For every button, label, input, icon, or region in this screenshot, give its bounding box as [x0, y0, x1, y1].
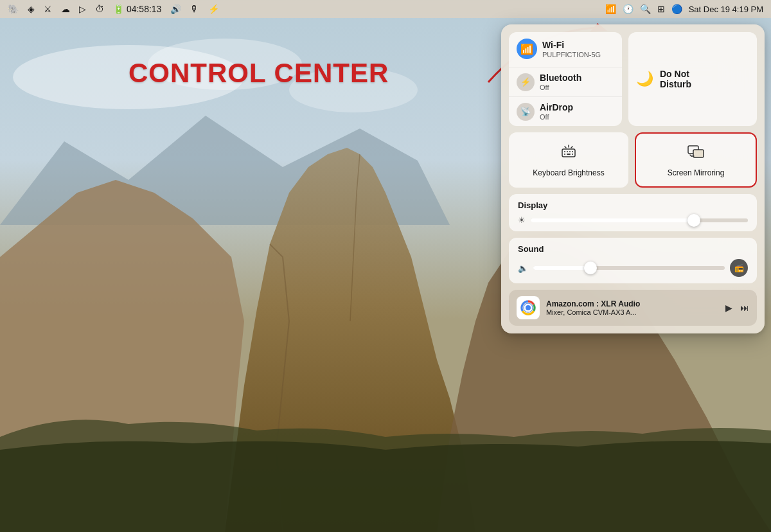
now-playing-title: Amazon.com : XLR Audio [546, 299, 719, 308]
airdrop-title: AirDrop [540, 102, 573, 112]
now-playing-section: Amazon.com : XLR Audio Mixer, Comica CVM… [509, 290, 757, 326]
cc-connectivity-block: 📶 Wi-Fi PULPFICTION-5G ⚡ Bluetooth Off 📡 [509, 32, 622, 126]
control-center-label: CONTROL CENTER [128, 58, 389, 89]
battery-status-icon[interactable]: 🔋 04:58:13 [113, 4, 161, 14]
cc-top-row: 📶 Wi-Fi PULPFICTION-5G ⚡ Bluetooth Off 📡 [509, 32, 757, 126]
sound-slider-row: 🔈 📻 [518, 259, 748, 277]
dnd-icon: 🌙 [636, 71, 653, 87]
menubar-right: 📶 🕐 🔍 ⊞ 🔵 Sat Dec 19 4:19 PM [605, 4, 763, 14]
wifi-icon-circle: 📶 [517, 39, 537, 59]
airdrop-subtitle: Off [540, 113, 573, 121]
dropbox-icon[interactable]: ◈ [28, 4, 35, 14]
wifi-info: Wi-Fi PULPFICTION-5G [542, 40, 601, 58]
airdrop-info: AirDrop Off [540, 102, 573, 121]
sound-section: Sound 🔈 📻 [509, 238, 757, 283]
wifi-row[interactable]: 📶 Wi-Fi PULPFICTION-5G [509, 32, 622, 63]
clock-icon[interactable]: 🕐 [623, 4, 634, 14]
display-section: Display ☀ [509, 194, 757, 231]
skip-button[interactable]: ⏭ [740, 303, 749, 313]
play-button[interactable]: ▶ [725, 303, 732, 313]
keyboard-brightness-block[interactable]: Keyboard Brightness [509, 132, 628, 188]
now-playing-subtitle: Mixer, Comica CVM-AX3 A... [546, 308, 719, 316]
control-center-panel: 📶 Wi-Fi PULPFICTION-5G ⚡ Bluetooth Off 📡 [501, 24, 765, 333]
spotlight-icon[interactable]: 🔍 [640, 4, 651, 14]
bluetooth-info: Bluetooth Off [540, 73, 581, 91]
display-slider-row: ☀ [518, 215, 748, 225]
volume-icon[interactable]: 🔊 [170, 4, 181, 14]
airplay-icon: 📻 [734, 263, 744, 272]
svg-rect-17 [693, 150, 704, 157]
now-playing-controls: ▶ ⏭ [725, 303, 749, 313]
bluetooth-row[interactable]: ⚡ Bluetooth Off [509, 67, 622, 96]
screen-mirroring-label: Screen Mirroring [668, 168, 725, 177]
keyboard-brightness-icon [560, 143, 578, 164]
cloudmounter-icon[interactable]: ☁ [61, 4, 70, 14]
svg-rect-5 [562, 149, 575, 157]
sound-output-icon[interactable]: 📻 [730, 259, 748, 277]
airdrop-icon: 📡 [517, 103, 535, 121]
wifi-title: Wi-Fi [542, 40, 601, 50]
volume-low-icon: 🔈 [518, 263, 528, 273]
do-not-disturb-block[interactable]: 🌙 Do Not Disturb [628, 32, 757, 126]
evernote-icon[interactable]: 🐘 [8, 4, 19, 14]
menubar-time: Sat Dec 19 4:19 PM [689, 4, 763, 14]
display-brightness-slider[interactable] [531, 218, 748, 222]
bluetooth-title: Bluetooth [540, 73, 581, 83]
mic-icon[interactable]: 🎙 [190, 4, 199, 14]
timer-icon[interactable]: ▷ [79, 4, 86, 14]
now-playing-app-icon [517, 296, 540, 319]
menubar: 🐘 ◈ ⚔ ☁ ▷ ⏱ 🔋 04:58:13 🔊 🎙 ⚡ 📶 🕐 🔍 ⊞ 🔵 S… [0, 0, 771, 18]
brightness-low-icon: ☀ [518, 215, 526, 225]
siri-icon[interactable]: 🔵 [671, 4, 682, 14]
bluetooth-icon: ⚡ [517, 73, 535, 91]
sound-title: Sound [518, 244, 748, 254]
history-icon[interactable]: ⏱ [95, 4, 104, 14]
keyboard-brightness-label: Keyboard Brightness [533, 168, 604, 177]
screen-mirroring-block[interactable]: Screen Mirroring [635, 132, 757, 188]
airdrop-row[interactable]: 📡 AirDrop Off [509, 96, 622, 126]
svg-line-14 [565, 146, 566, 148]
control-center-icon[interactable]: ⊞ [657, 4, 665, 14]
wifi-menubar-icon[interactable]: 📶 [605, 4, 616, 14]
dnd-title2: Disturb [660, 79, 691, 89]
wifi-subtitle: PULPFICTION-5G [542, 51, 601, 58]
dnd-info: Do Not Disturb [660, 69, 691, 89]
battery-charging-icon[interactable]: ⚡ [208, 4, 219, 14]
bluetooth-subtitle: Off [540, 84, 581, 91]
display-title: Display [518, 200, 748, 210]
wifi-icon: 📶 [520, 43, 533, 55]
cc-second-row: Keyboard Brightness Screen Mirroring [509, 132, 757, 188]
screen-mirroring-icon [687, 143, 705, 164]
avast-icon[interactable]: ⚔ [44, 4, 52, 14]
menubar-left: 🐘 ◈ ⚔ ☁ ▷ ⏱ 🔋 04:58:13 🔊 🎙 ⚡ [8, 4, 219, 14]
svg-line-15 [571, 146, 572, 148]
svg-point-22 [526, 305, 531, 310]
sound-volume-slider[interactable] [533, 266, 725, 270]
dnd-title: Do Not [660, 69, 691, 79]
now-playing-info: Amazon.com : XLR Audio Mixer, Comica CVM… [546, 299, 719, 316]
